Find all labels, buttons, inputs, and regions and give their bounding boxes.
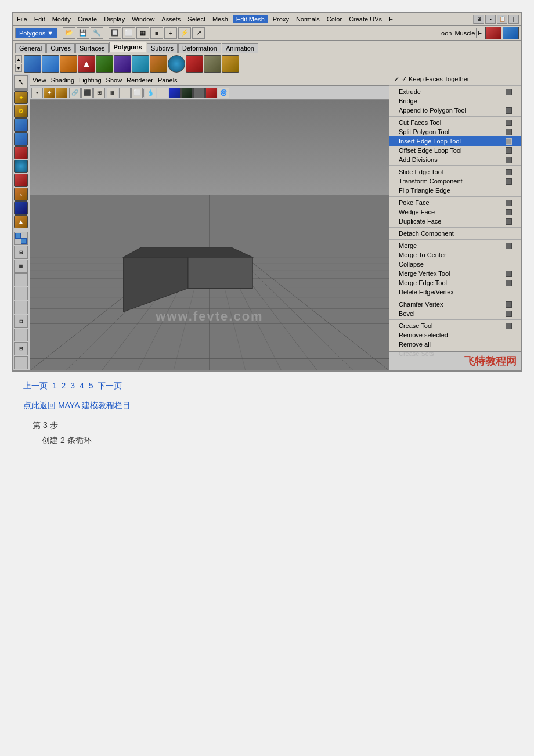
menu-assets[interactable]: Assets xyxy=(160,15,182,23)
vi-icon-4[interactable]: 🔗 xyxy=(69,88,81,98)
left-group-7[interactable]: ⊡ xyxy=(14,315,28,328)
left-group-4[interactable] xyxy=(14,273,28,287)
menu-mesh[interactable]: Mesh xyxy=(211,15,230,23)
vi-icon-10[interactable]: 💧 xyxy=(145,88,156,98)
tool-btn-1[interactable]: 📂 xyxy=(63,27,75,39)
left-tool-9[interactable] xyxy=(14,201,28,215)
top-icon-1[interactable]: 🖥 xyxy=(474,15,484,24)
menu-edit[interactable]: Edit xyxy=(33,15,47,23)
tool-btn-9[interactable]: ⚡ xyxy=(178,27,191,39)
shelf-icon-9[interactable] xyxy=(168,55,185,73)
tool-btn-5[interactable]: ⬜ xyxy=(122,27,135,39)
left-tool-8[interactable]: ⬦ xyxy=(14,188,28,201)
menu-proxy[interactable]: Proxy xyxy=(271,15,291,23)
tab-surfaces[interactable]: Surfaces xyxy=(75,43,109,53)
insert-edge-loop-item[interactable]: Insert Edge Loop Tool xyxy=(389,136,521,146)
tool-btn-10[interactable]: ↗ xyxy=(192,27,205,39)
menu-modify[interactable]: Modify xyxy=(50,15,73,23)
top-icon-3[interactable]: 📋 xyxy=(497,15,507,24)
wedge-face-item[interactable]: Wedge Face xyxy=(389,207,521,217)
shelf-icon-10[interactable] xyxy=(186,55,203,73)
left-group-2[interactable]: ⊞ xyxy=(14,246,28,259)
right-icon-2[interactable] xyxy=(503,27,519,39)
left-tool-3[interactable] xyxy=(14,118,28,132)
vi-icon-7[interactable]: ▦ xyxy=(107,88,118,98)
collapse-item[interactable]: Collapse xyxy=(389,260,521,269)
shelf-icon-12[interactable] xyxy=(222,55,239,73)
vi-icon-15[interactable] xyxy=(205,88,217,98)
merge-vertex-item[interactable]: Merge Vertex Tool xyxy=(389,269,521,278)
vi-icon-6[interactable]: ⊞ xyxy=(93,88,105,98)
page-link-2[interactable]: 2 xyxy=(62,381,66,390)
tool-arrow[interactable]: ↖ xyxy=(14,75,28,89)
bevel-item[interactable]: Bevel xyxy=(389,309,521,318)
left-group-6[interactable] xyxy=(14,301,28,314)
left-tool-5[interactable] xyxy=(14,146,28,160)
left-tool-6[interactable] xyxy=(14,160,28,173)
split-polygon-item[interactable]: Split Polygon Tool xyxy=(389,127,521,136)
left-tool-2[interactable]: ⚙ xyxy=(14,105,28,118)
left-group-3[interactable]: ▦ xyxy=(14,260,28,273)
merge-center-item[interactable]: Merge To Center xyxy=(389,250,521,260)
menu-color[interactable]: Color xyxy=(325,15,344,23)
shelf-icon-2[interactable] xyxy=(42,55,59,73)
lighting-menu[interactable]: Lighting xyxy=(79,77,102,84)
vi-icon-12[interactable] xyxy=(169,88,181,98)
back-link[interactable]: 点此返回 MAYA 建模教程栏目 xyxy=(23,401,131,410)
page-link-4[interactable]: 4 xyxy=(80,381,84,390)
chamfer-item[interactable]: Chamfer Vertex xyxy=(389,300,521,309)
left-group-10[interactable] xyxy=(14,356,28,369)
keep-faces-item[interactable]: ✓ ✓ Keep Faces Together xyxy=(389,74,521,84)
shelf-icon-11[interactable] xyxy=(204,55,221,73)
vi-icon-14[interactable] xyxy=(193,88,205,98)
remove-all-item[interactable]: Remove all xyxy=(389,340,521,349)
left-group-5[interactable] xyxy=(14,287,28,300)
tool-btn-8[interactable]: + xyxy=(164,27,177,39)
vi-icon-11[interactable] xyxy=(157,88,168,98)
menu-create[interactable]: Create xyxy=(76,15,99,23)
left-tool-7[interactable] xyxy=(14,174,28,187)
tool-btn-6[interactable]: ▦ xyxy=(136,27,149,39)
shelf-icon-6[interactable] xyxy=(114,55,131,73)
tool-btn-4[interactable]: 🔲 xyxy=(109,27,121,39)
tab-general[interactable]: General xyxy=(15,43,46,53)
shelf-icon-3[interactable] xyxy=(60,55,77,73)
renderer-menu[interactable]: Renderer xyxy=(127,77,153,84)
vi-icon-5[interactable]: ⬛ xyxy=(81,88,93,98)
bridge-item[interactable]: Bridge xyxy=(389,96,521,106)
merge-edge-item[interactable]: Merge Edge Tool xyxy=(389,278,521,287)
detach-item[interactable]: Detach Component xyxy=(389,229,521,238)
menu-e[interactable]: E xyxy=(387,15,395,23)
vi-icon-16[interactable]: 🌀 xyxy=(218,88,229,98)
tab-deformation[interactable]: Deformation xyxy=(178,43,221,53)
tab-curves[interactable]: Curves xyxy=(46,43,75,53)
tab-polygons[interactable]: Polygons xyxy=(109,42,146,53)
menu-edit-mesh[interactable]: Edit Mesh xyxy=(233,15,268,23)
offset-edge-item[interactable]: Offset Edge Loop Tool xyxy=(389,146,521,155)
cut-faces-item[interactable]: Cut Faces Tool xyxy=(389,118,521,127)
shelf-arrow-up[interactable]: ▲ xyxy=(15,55,22,63)
tool-btn-2[interactable]: 💾 xyxy=(77,27,89,39)
top-icon-4[interactable]: | xyxy=(508,15,519,24)
tool-btn-3[interactable]: 🔧 xyxy=(91,27,103,39)
show-menu[interactable]: Show xyxy=(106,77,122,84)
tab-animation[interactable]: Animation xyxy=(222,43,258,53)
tab-subdivs[interactable]: Subdivs xyxy=(147,43,178,53)
page-link-5[interactable]: 5 xyxy=(89,381,93,390)
vi-icon-1[interactable]: ⭑ xyxy=(31,88,43,98)
shelf-icon-8[interactable] xyxy=(150,55,167,73)
page-link-3[interactable]: 3 xyxy=(70,381,75,390)
menu-create-uvs[interactable]: Create UVs xyxy=(347,15,384,23)
shelf-icon-5[interactable] xyxy=(96,55,113,73)
append-item[interactable]: Append to Polygon Tool xyxy=(389,106,521,115)
panels-menu[interactable]: Panels xyxy=(158,77,178,84)
duplicate-face-item[interactable]: Duplicate Face xyxy=(389,217,521,226)
poke-face-item[interactable]: Poke Face xyxy=(389,198,521,207)
shelf-icon-7[interactable] xyxy=(132,55,149,73)
vi-icon-13[interactable] xyxy=(181,88,193,98)
shading-menu[interactable]: Shading xyxy=(51,77,74,84)
crease-tool-item[interactable]: Crease Tool xyxy=(389,321,521,330)
shelf-icon-1[interactable] xyxy=(24,55,41,73)
top-icon-2[interactable]: ▪ xyxy=(485,15,496,24)
vi-icon-2[interactable]: ✦ xyxy=(44,88,55,98)
